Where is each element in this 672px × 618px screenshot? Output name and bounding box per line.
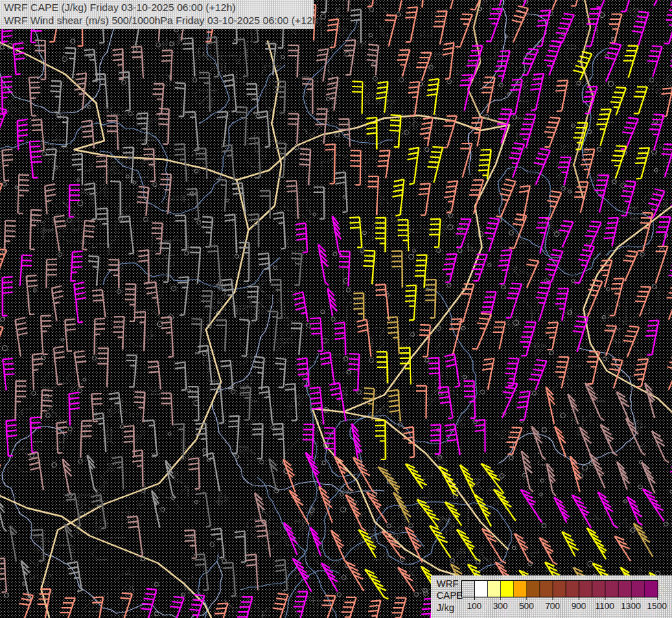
legend-label-wrf: WRF [437,578,459,589]
cape-colorbar [461,580,658,597]
title-panel: WRF CAPE (J/kg) Friday 03-10-2025 06:00 … [0,0,314,29]
legend-label-cape: CAPE [437,590,463,601]
colorbar-cell [605,581,618,597]
colorbar-tick [631,597,632,600]
colorbar-cell [632,581,645,597]
weather-map-page: WRF CAPE (J/kg) Friday 03-10-2025 06:00 … [0,0,672,618]
colorbar-cell [566,581,579,597]
colorbar-tick [500,597,501,600]
colorbar-tick [579,597,579,600]
colorbar-cell [475,581,488,597]
colorbar-tick-label: 1500 [642,601,672,611]
legend-label-unit: J/kg [437,602,454,613]
colorbar-tick [657,597,658,600]
colorbar-cell [527,581,540,597]
colorbar-cell [540,581,553,597]
colorbar-tick [474,597,475,600]
colorbar-cell [553,581,566,597]
title-line-shear: WRF Wind shear (m/s) 500/1000hPa Friday … [4,14,321,26]
colorbar-cell [462,581,475,597]
colorbar-cell [579,581,592,597]
weather-map [0,0,672,618]
title-line-cape: WRF CAPE (J/kg) Friday 03-10-2025 06:00 … [4,1,235,13]
colorbar-tick [553,597,553,600]
colorbar-tick [526,597,527,600]
colorbar-tick [605,597,605,600]
colorbar-cell [645,581,658,597]
colorbar-cell [501,581,514,597]
colorbar-cell [592,581,605,597]
colorbar-cell [618,581,632,597]
colorbar-cell [514,581,527,597]
colorbar-cell [488,581,501,597]
cape-legend: WRF CAPE J/kg 10030050070090011001300150… [431,575,672,618]
